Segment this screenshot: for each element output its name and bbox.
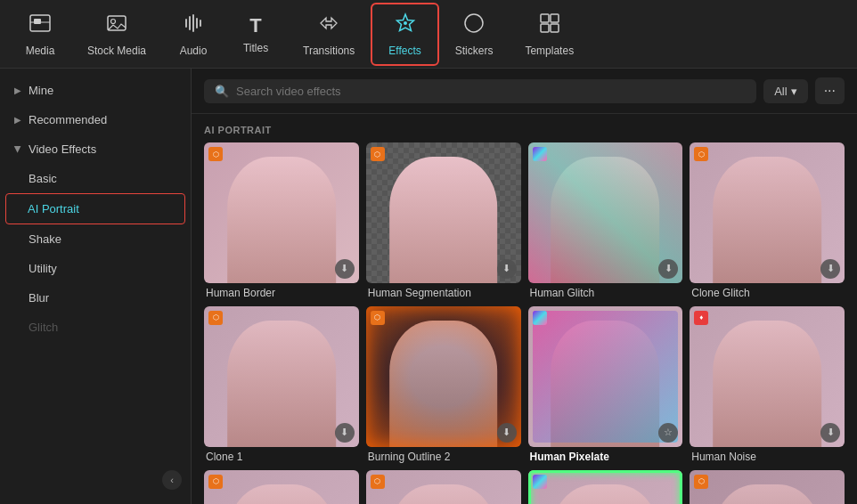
download-human-segmentation-icon[interactable]: ⬇ — [497, 259, 517, 279]
effect-card-lightning-flash-2[interactable]: ⬡ ⬇ Lightning Flash 2 — [690, 470, 845, 504]
search-wrapper: 🔍 — [204, 79, 756, 103]
effect-card-burning-outline-2[interactable]: ⬡ ⬇ Burning Outline 2 — [366, 306, 521, 463]
more-options-button[interactable]: ··· — [815, 77, 845, 104]
nav-templates[interactable]: Templates — [509, 4, 590, 64]
badge-clone-glitch: ⬡ — [694, 147, 708, 161]
effects-icon — [394, 12, 417, 40]
svg-point-4 — [111, 19, 116, 23]
badge-lightning-flash-2: ⬡ — [694, 475, 708, 489]
section-label: AI PORTRAIT — [192, 114, 857, 142]
shake-label: Shake — [29, 232, 61, 246]
stock-media-icon — [105, 12, 128, 40]
effect-thumb-neon-flow-4: ⬡ ⬇ — [204, 470, 359, 504]
star-human-pixelate-icon[interactable]: ☆ — [658, 423, 678, 443]
effect-card-human-glitch[interactable]: ⬇ Human Glitch — [528, 142, 683, 299]
badge-human-pixelate — [533, 311, 547, 325]
sidebar-sub-glitch[interactable]: Glitch — [0, 313, 191, 342]
nav-titles[interactable]: T Titles — [224, 7, 287, 61]
nav-stock-label: Stock Media — [87, 45, 146, 57]
collapse-sidebar-button[interactable]: ‹ — [162, 470, 182, 490]
svg-rect-1 — [34, 19, 41, 24]
effect-card-clone-glitch[interactable]: ⬡ ⬇ Clone Glitch — [690, 142, 845, 299]
effect-card-lightning-flash-1[interactable]: ⬇ Lightning Flash 1 — [528, 470, 683, 504]
effects-grid: ⬡ ⬇ Human Border ⬡ ⬇ Human Segmentation — [192, 142, 857, 504]
sidebar-video-effects-label: Video Effects — [29, 142, 96, 156]
sidebar-item-recommended[interactable]: ▶ Recommended — [0, 105, 191, 134]
effect-card-human-noise[interactable]: ♦ ⬇ Human Noise — [690, 306, 845, 463]
effect-thumb-lightning-flash-1: ⬇ — [528, 470, 683, 504]
effect-card-clone-1[interactable]: ⬡ ⬇ Clone 1 — [204, 306, 359, 463]
audio-icon — [182, 12, 205, 40]
sidebar: ▶ Mine ▶ Recommended ▶ Video Effects Bas… — [0, 69, 192, 504]
sidebar-sub-blur[interactable]: Blur — [0, 283, 191, 313]
effect-card-neon-flow-4[interactable]: ⬡ ⬇ Neon Flow 4 — [204, 470, 359, 504]
stickers-icon — [462, 12, 486, 40]
glitch-label: Glitch — [29, 321, 58, 334]
badge-neon-ring-2: ⬡ — [371, 475, 385, 489]
effect-thumb-lightning-flash-2: ⬡ ⬇ — [690, 470, 845, 504]
effect-thumb-neon-ring-2: ⬡ ⬇ — [366, 470, 521, 504]
sidebar-sub-shake[interactable]: Shake — [0, 224, 191, 254]
transitions-icon — [317, 12, 340, 40]
badge-human-border: ⬡ — [208, 147, 223, 161]
nav-stickers[interactable]: Stickers — [439, 4, 510, 64]
badge-human-segmentation: ⬡ — [371, 147, 385, 161]
badge-neon-flow-4: ⬡ — [208, 475, 223, 489]
svg-rect-10 — [551, 24, 559, 32]
download-clone-1-icon[interactable]: ⬇ — [335, 423, 355, 443]
download-human-noise-icon[interactable]: ⬇ — [820, 423, 840, 443]
templates-icon — [538, 12, 561, 40]
sidebar-sub-basic[interactable]: Basic — [0, 164, 191, 193]
main-layout: ▶ Mine ▶ Recommended ▶ Video Effects Bas… — [0, 69, 857, 504]
content-area: 🔍 All ▾ ··· AI PORTRAIT ⬡ ⬇ Human — [192, 69, 857, 504]
effect-name-burning-outline-2: Burning Outline 2 — [366, 451, 521, 463]
sidebar-mine-label: Mine — [29, 84, 53, 97]
filter-button[interactable]: All ▾ — [763, 79, 807, 103]
effect-thumb-clone-1: ⬡ ⬇ — [204, 306, 359, 447]
download-clone-glitch-icon[interactable]: ⬇ — [820, 259, 840, 279]
nav-audio-label: Audio — [180, 45, 208, 57]
nav-stock-media[interactable]: Stock Media — [71, 4, 162, 64]
badge-human-glitch — [533, 147, 547, 161]
sidebar-item-video-effects[interactable]: ▶ Video Effects — [0, 134, 191, 164]
effect-card-human-segmentation[interactable]: ⬡ ⬇ Human Segmentation — [366, 142, 521, 299]
nav-stickers-label: Stickers — [455, 45, 494, 57]
badge-human-noise: ♦ — [694, 311, 708, 325]
video-effects-arrow: ▶ — [13, 146, 23, 153]
nav-templates-label: Templates — [525, 45, 574, 57]
nav-effects[interactable]: Effects — [371, 3, 438, 66]
svg-rect-9 — [541, 24, 549, 32]
download-human-border-icon[interactable]: ⬇ — [335, 259, 355, 279]
nav-effects-label: Effects — [388, 45, 420, 57]
sidebar-sub-ai-portrait[interactable]: AI Portrait — [5, 193, 185, 224]
utility-label: Utility — [29, 262, 57, 275]
search-bar: 🔍 All ▾ ··· — [192, 69, 857, 114]
badge-burning-outline: ⬡ — [371, 311, 385, 325]
mine-arrow: ▶ — [14, 85, 21, 95]
badge-lightning-flash-1 — [533, 475, 547, 489]
filter-label: All — [774, 85, 787, 98]
sidebar-sub-utility[interactable]: Utility — [0, 254, 191, 283]
effect-thumb-human-noise: ♦ ⬇ — [690, 306, 845, 447]
effect-card-neon-ring-2[interactable]: ⬡ ⬇ Neon Ring 2 — [366, 470, 521, 504]
ai-portrait-label: AI Portrait — [28, 202, 79, 215]
svg-rect-7 — [541, 14, 549, 22]
effect-thumb-human-border: ⬡ ⬇ — [204, 142, 359, 283]
effect-card-human-pixelate[interactable]: ☆ Human Pixelate — [528, 306, 683, 463]
nav-media[interactable]: Media — [9, 4, 71, 64]
effect-thumb-burning-outline: ⬡ ⬇ — [366, 306, 521, 447]
effect-name-clone-1: Clone 1 — [204, 451, 359, 463]
nav-audio[interactable]: Audio — [162, 4, 224, 64]
more-dots-icon: ··· — [824, 83, 836, 98]
blur-label: Blur — [29, 291, 49, 305]
recommended-arrow: ▶ — [14, 115, 21, 125]
search-input[interactable] — [236, 85, 746, 98]
sidebar-item-mine[interactable]: ▶ Mine — [0, 76, 191, 105]
download-burning-outline-icon[interactable]: ⬇ — [497, 423, 517, 443]
effect-name-human-border: Human Border — [204, 287, 359, 299]
effect-card-human-border[interactable]: ⬡ ⬇ Human Border — [204, 142, 359, 299]
badge-clone-1: ⬡ — [208, 311, 223, 325]
search-icon: 🔍 — [215, 85, 229, 98]
effect-name-human-pixelate: Human Pixelate — [528, 451, 683, 463]
nav-transitions[interactable]: Transitions — [287, 4, 371, 64]
